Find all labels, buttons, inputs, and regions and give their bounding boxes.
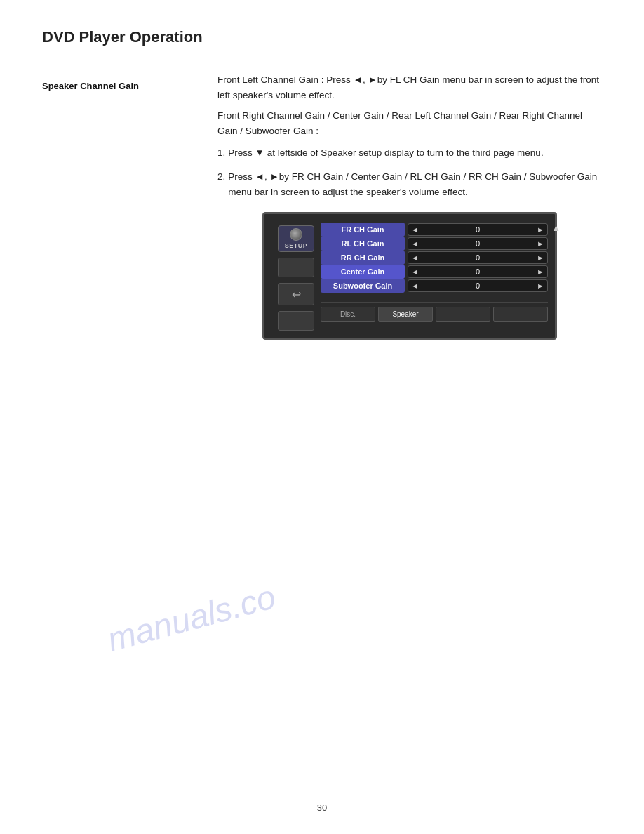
gain-right-arrow-1[interactable]: ►: [537, 239, 544, 248]
gain-control-1: ◄0►: [408, 237, 548, 250]
gain-control-2: ◄0►: [408, 251, 548, 264]
intro-text: Front Left Channel Gain : Press ◄, ►by F…: [217, 72, 602, 138]
gain-row-2: RR CH Gain◄0►: [321, 251, 548, 265]
left-column: Speaker Channel Gain: [42, 72, 196, 340]
dvd-bottom-bar: Disc. Speaker: [321, 302, 548, 322]
step-2-number: 2.: [217, 169, 225, 185]
gain-left-arrow-3[interactable]: ◄: [411, 267, 419, 276]
tab-speaker[interactable]: Speaker: [378, 307, 433, 322]
tab-3[interactable]: [436, 307, 490, 322]
para-2: Front Right Channel Gain / Center Gain /…: [217, 108, 602, 138]
page-number: 30: [317, 802, 327, 813]
gain-row-3: Center Gain◄0►: [321, 265, 548, 279]
gain-control-3: ◄0►: [408, 265, 548, 278]
watermark: manuals.co: [103, 577, 279, 659]
gain-label-0: FR CH Gain: [321, 223, 405, 237]
dvd-screen-wrapper: SETUP ↩ FR CH Gain◄0►RL CH Gain◄0►RR CH …: [217, 212, 602, 340]
gain-label-4: Subwoofer Gain: [321, 279, 405, 293]
step-1: 1. Press ▼ at leftside of Speaker setup …: [217, 145, 602, 161]
back-button[interactable]: ↩: [278, 283, 314, 305]
gain-right-arrow-3[interactable]: ►: [537, 267, 544, 276]
side-button-2[interactable]: [278, 311, 314, 331]
gain-right-arrow-2[interactable]: ►: [537, 253, 544, 262]
gain-row-4: Subwoofer Gain◄0►: [321, 279, 548, 293]
gain-rows-container: FR CH Gain◄0►RL CH Gain◄0►RR CH Gain◄0►C…: [321, 223, 548, 293]
step-1-number: 1.: [217, 145, 225, 161]
step-2: 2. Press ◄, ►by FR CH Gain / Center Gain…: [217, 169, 602, 199]
gain-row-0: FR CH Gain◄0►: [321, 223, 548, 237]
gain-value-0: 0: [423, 225, 532, 234]
page-title: DVD Player Operation: [42, 28, 602, 51]
gain-row-1: RL CH Gain◄0►: [321, 237, 548, 251]
gain-control-4: ◄0►: [408, 279, 548, 292]
para-1: Front Left Channel Gain : Press ◄, ►by F…: [217, 72, 602, 102]
gain-right-arrow-4[interactable]: ►: [537, 282, 544, 290]
gain-control-0: ◄0►: [408, 223, 548, 236]
dvd-right-panel: FR CH Gain◄0►RL CH Gain◄0►RR CH Gain◄0►C…: [321, 223, 548, 331]
tab-disc[interactable]: Disc.: [321, 307, 375, 322]
gain-value-2: 0: [423, 253, 532, 262]
page: DVD Player Operation Speaker Channel Gai…: [0, 0, 644, 834]
gain-value-1: 0: [423, 239, 532, 248]
setup-button[interactable]: SETUP: [278, 225, 314, 252]
gain-left-arrow-0[interactable]: ◄: [411, 225, 419, 234]
gain-value-4: 0: [423, 282, 532, 290]
section-label: Speaker Channel Gain: [42, 81, 139, 91]
step-2-text: Press ◄, ►by FR CH Gain / Center Gain / …: [228, 169, 602, 199]
gain-label-2: RR CH Gain: [321, 251, 405, 265]
setup-label: SETUP: [285, 242, 308, 249]
step-1-text: Press ▼ at leftside of Speaker setup dis…: [228, 145, 543, 161]
gain-right-arrow-0[interactable]: ►: [537, 225, 544, 234]
back-arrow-icon: ↩: [292, 288, 301, 301]
gain-label-3: Center Gain: [321, 265, 405, 279]
scroll-up-icon[interactable]: ▲: [551, 223, 561, 233]
gain-value-3: 0: [423, 267, 532, 276]
gain-left-arrow-4[interactable]: ◄: [411, 282, 419, 290]
gain-left-arrow-1[interactable]: ◄: [411, 239, 419, 248]
gain-label-1: RL CH Gain: [321, 237, 405, 251]
gain-left-arrow-2[interactable]: ◄: [411, 253, 419, 262]
side-button-1[interactable]: [278, 258, 314, 277]
content-area: Speaker Channel Gain Front Left Channel …: [42, 72, 602, 340]
dvd-screen: SETUP ↩ FR CH Gain◄0►RL CH Gain◄0►RR CH …: [262, 212, 557, 340]
dvd-screen-inner: SETUP ↩ FR CH Gain◄0►RL CH Gain◄0►RR CH …: [271, 223, 548, 331]
dvd-left-panel: SETUP ↩: [271, 223, 321, 331]
setup-circle-icon: [290, 228, 302, 241]
tab-4[interactable]: [493, 307, 548, 322]
right-column: Front Left Channel Gain : Press ◄, ►by F…: [196, 72, 602, 340]
